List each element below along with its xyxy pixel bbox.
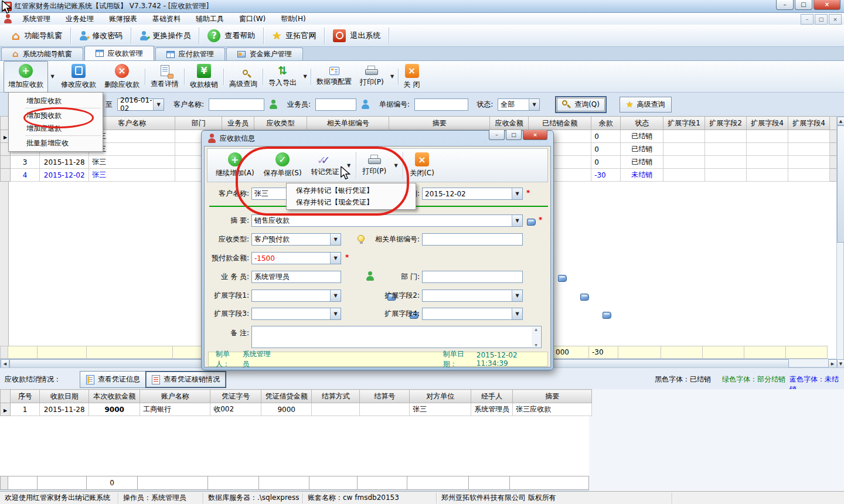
docno-input[interactable] bbox=[414, 98, 468, 111]
close-button[interactable]: × bbox=[814, 0, 840, 10]
close-tab-button[interactable]: × 关 闭 bbox=[400, 62, 424, 92]
receipt-writeoff-button[interactable]: ¥ 收款核销 bbox=[186, 62, 222, 92]
person-icon[interactable] bbox=[366, 271, 375, 281]
exit-button[interactable]: 退出系统 bbox=[326, 26, 387, 45]
scroll-left-icon[interactable]: ◀ bbox=[1, 359, 9, 368]
menu-business[interactable]: 业务处理 bbox=[58, 13, 101, 25]
add-receivable-dropdown[interactable]: ▼ bbox=[48, 63, 57, 91]
scrollbar-thumb[interactable] bbox=[837, 125, 844, 243]
view-detail-button[interactable]: 查看详情 bbox=[147, 62, 183, 92]
tab-fund-accounts[interactable]: 资金账户管理 bbox=[226, 47, 303, 60]
chevron-down-icon[interactable]: ▼ bbox=[512, 188, 522, 199]
menu-item-save-bank-voucher[interactable]: 保存并转记【银行凭证】 bbox=[287, 185, 416, 196]
customer-input[interactable] bbox=[209, 98, 264, 111]
book-lookup-icon[interactable] bbox=[527, 219, 536, 226]
ref-docno-field[interactable] bbox=[422, 233, 523, 246]
salesman-input[interactable] bbox=[315, 98, 356, 111]
menu-item-add-receivable[interactable]: 增加应收款 bbox=[9, 94, 103, 107]
minimize-button[interactable]: – bbox=[776, 0, 794, 10]
help-button[interactable]: ? 查看帮助 bbox=[200, 26, 262, 45]
tab-payables[interactable]: 应付款管理 bbox=[155, 47, 225, 60]
chevron-down-icon[interactable]: ▼ bbox=[330, 290, 341, 301]
ext4-select[interactable]: ▼ bbox=[422, 308, 523, 320]
chevron-down-icon[interactable]: ▼ bbox=[529, 99, 539, 110]
restore-button[interactable]: □ bbox=[795, 0, 812, 10]
delete-receivable-button[interactable]: × 删除应收款 bbox=[100, 62, 144, 92]
nav-window-button[interactable]: ⌂ 功能导航窗 bbox=[5, 26, 69, 45]
advanced-query-button2[interactable]: ★ 高级查询 bbox=[620, 97, 672, 113]
import-export-dropdown[interactable]: ▼ bbox=[301, 63, 309, 91]
save-document-button[interactable]: ✓ 保存单据(S) bbox=[259, 150, 307, 181]
mdi-minimize-button[interactable]: – bbox=[801, 14, 814, 25]
ext3-select[interactable]: ▼ bbox=[251, 308, 341, 320]
menu-tools[interactable]: 辅助工具 bbox=[188, 13, 232, 25]
status-bar: 欢迎使用红管家财务出纳记账系统 操作员：系统管理员 数据库服务器：.\sqlex… bbox=[0, 491, 844, 504]
chevron-down-icon[interactable]: ▼ bbox=[512, 215, 522, 226]
data-config-button[interactable]: 数据项配置 bbox=[312, 62, 356, 92]
chevron-down-icon[interactable]: ▼ bbox=[153, 99, 164, 110]
tab-nav-window[interactable]: ⌂ 系统功能导航窗 bbox=[1, 47, 83, 60]
tab-receivables[interactable]: 应收款管理 bbox=[84, 46, 154, 60]
website-button[interactable]: ★ 亚拓官网 bbox=[265, 26, 323, 45]
add-receivable-button[interactable]: + 增加应收款 bbox=[4, 61, 48, 93]
chevron-down-icon[interactable]: ▼ bbox=[330, 253, 341, 264]
chevron-down-icon[interactable]: ▼ bbox=[512, 308, 522, 319]
person-icon[interactable] bbox=[361, 100, 370, 109]
person-icon[interactable] bbox=[269, 100, 278, 109]
ext2-select[interactable]: ▼ bbox=[422, 290, 523, 302]
salesman-field[interactable]: 系统管理员 bbox=[251, 271, 341, 283]
book-lookup-icon[interactable] bbox=[603, 312, 611, 319]
book-lookup-icon[interactable] bbox=[580, 294, 589, 301]
save-post-menu: 保存并转记【银行凭证】 保存并转记【现金凭证】 bbox=[286, 183, 416, 210]
book-lookup-icon[interactable] bbox=[558, 275, 567, 282]
dialog-close-button[interactable]: × bbox=[523, 130, 547, 140]
dialog-print-button[interactable]: 打印(P) bbox=[358, 150, 392, 181]
menu-item-add-prereceipt[interactable]: 增加预收款 bbox=[9, 109, 103, 122]
status-select[interactable]: 全部 ▼ bbox=[498, 98, 540, 111]
chevron-down-icon[interactable]: ▼ bbox=[330, 308, 341, 319]
mdi-close-button[interactable]: × bbox=[829, 14, 842, 25]
print-button[interactable]: 打印(P) bbox=[356, 62, 388, 92]
import-export-button[interactable]: ⇅ 导入导出 bbox=[264, 62, 301, 92]
modify-receivable-button[interactable]: 修改应收款 bbox=[57, 62, 100, 92]
prepay-amount-field[interactable]: -1500 ▼ bbox=[251, 252, 341, 264]
scroll-right-icon[interactable]: ▶ bbox=[828, 359, 837, 368]
menu-item-add-refund[interactable]: 增加应退款 bbox=[9, 122, 103, 135]
summary-combo[interactable]: 销售应收款 ▼ bbox=[251, 214, 523, 227]
view-voucher-button[interactable]: 查看凭证信息 bbox=[80, 371, 147, 388]
change-password-button[interactable]: 修改密码 bbox=[72, 26, 130, 45]
post-voucher-button[interactable]: ✓✓ 转记凭证 bbox=[307, 150, 344, 181]
print-dropdown[interactable]: ▼ bbox=[388, 63, 397, 91]
chevron-down-icon[interactable]: ▼ bbox=[330, 234, 341, 245]
dialog-maximize-button[interactable]: □ bbox=[506, 130, 522, 140]
menu-help[interactable]: 帮助(H) bbox=[273, 13, 313, 25]
mdi-restore-button[interactable]: □ bbox=[815, 14, 828, 25]
ext1-select[interactable]: ▼ bbox=[251, 290, 341, 302]
scroll-down-icon[interactable]: ▼ bbox=[837, 359, 844, 368]
view-writeoff-button[interactable]: 查看凭证核销情况 bbox=[145, 371, 226, 388]
dialog-close-action-button[interactable]: × 关闭(C) bbox=[405, 150, 439, 181]
menu-item-batch-add[interactable]: 批量新增应收 bbox=[9, 137, 103, 149]
doc-date-picker[interactable]: 2015-12-02 ▼ bbox=[422, 188, 523, 200]
menu-reports[interactable]: 账簿报表 bbox=[101, 13, 145, 25]
menu-basedata[interactable]: 基础资料 bbox=[145, 13, 188, 25]
advanced-query-button[interactable]: 高级查询 bbox=[225, 62, 261, 92]
dialog-minimize-button[interactable]: – bbox=[489, 130, 505, 140]
dialog-print-dropdown[interactable]: ▼ bbox=[391, 150, 401, 181]
switch-operator-button[interactable]: 更换操作员 bbox=[132, 26, 198, 45]
type-select[interactable]: 客户预付款 ▼ bbox=[251, 233, 341, 246]
scroll-up-icon[interactable]: ▲ bbox=[837, 117, 844, 125]
modify-icon bbox=[72, 64, 86, 78]
vertical-scrollbar[interactable]: ▲ ▼ bbox=[836, 116, 844, 367]
date-to-picker[interactable]: 2016-01-02 ▼ bbox=[117, 98, 164, 111]
table-row[interactable]: ▶ 1 2015-11-28 9000 工商银行 收002 9000 张三 系统… bbox=[1, 403, 592, 416]
menu-item-save-cash-voucher[interactable]: 保存并转记【现金凭证】 bbox=[287, 196, 416, 208]
chevron-down-icon[interactable]: ▼ bbox=[512, 290, 522, 301]
note-textarea[interactable]: ▲▼ bbox=[251, 326, 542, 348]
menu-window[interactable]: 窗口(W) bbox=[232, 13, 273, 25]
continue-add-button[interactable]: + 继续增加(A) bbox=[211, 150, 259, 181]
query-button[interactable]: 查询(Q) bbox=[555, 96, 607, 113]
menu-system[interactable]: 系统管理 bbox=[15, 13, 58, 25]
department-field[interactable] bbox=[422, 271, 523, 283]
dialog-title: 应收款信息 bbox=[220, 134, 255, 144]
